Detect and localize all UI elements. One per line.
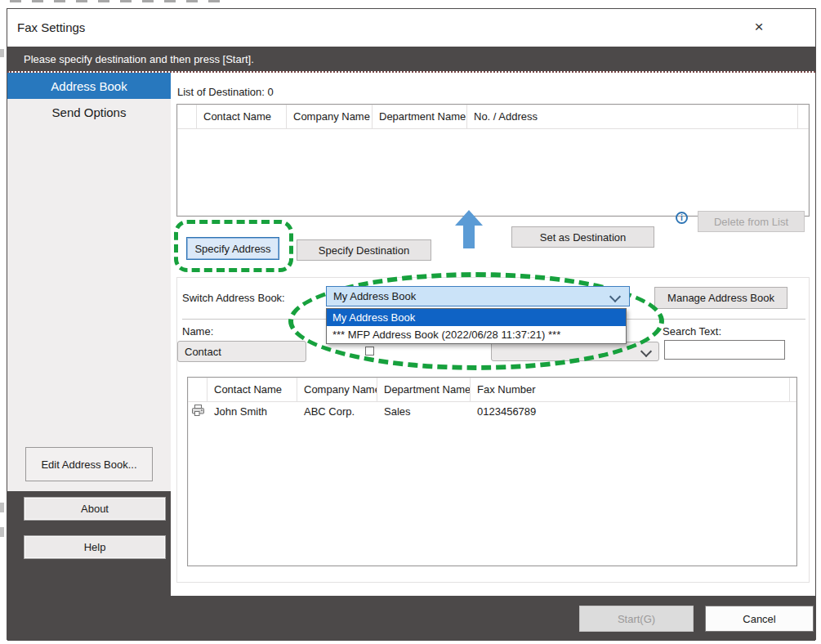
background-window-remnant — [0, 527, 4, 537]
column-header-company-name[interactable]: Company Name — [297, 378, 377, 401]
instruction-banner: Please specify destination and then pres… — [7, 47, 815, 71]
fax-icon — [188, 405, 207, 418]
up-arrow-icon — [455, 210, 483, 248]
address-book-dropdown-list: My Address Book *** MFP Address Book (20… — [326, 308, 627, 344]
start-button: Start(G) — [579, 606, 694, 632]
specify-address-button[interactable]: Specify Address — [186, 237, 279, 260]
search-target-select[interactable] — [491, 342, 659, 361]
company-name-cell: ABC Corp. — [297, 405, 377, 418]
department-name-cell: Sales — [377, 405, 471, 418]
search-text-input[interactable] — [664, 340, 785, 360]
about-button[interactable]: About — [24, 497, 166, 521]
info-icon: i — [676, 212, 688, 224]
edit-address-book-button[interactable]: Edit Address Book... — [25, 447, 153, 481]
delete-from-list-button: Delete from List — [698, 211, 805, 232]
fax-settings-dialog: Fax Settings × Please specify destinatio… — [7, 8, 816, 640]
column-header-department-name[interactable]: Department Name — [373, 105, 467, 128]
set-as-destination-button[interactable]: Set as Destination — [511, 226, 654, 248]
help-button[interactable]: Help — [24, 535, 166, 559]
fax-number-cell: 0123456789 — [471, 405, 790, 418]
contact-name-cell: John Smith — [207, 405, 297, 418]
column-header-contact-name[interactable]: Contact Name — [207, 378, 297, 401]
contacts-table-header: Contact Name Company Name Department Nam… — [188, 378, 796, 402]
close-icon[interactable]: × — [745, 14, 773, 40]
icon-column-header — [177, 105, 197, 128]
column-header-contact-name[interactable]: Contact Name — [197, 105, 287, 128]
background-window-remnant — [0, 503, 4, 512]
destination-table-header: Contact Name Company Name Department Nam… — [177, 105, 809, 129]
name-filter-select[interactable]: Contact — [177, 341, 306, 362]
background-window-remnant — [0, 49, 4, 57]
icon-column-header — [188, 378, 207, 401]
dropdown-option-mfp-address-book[interactable]: *** MFP Address Book (2022/06/28 11:37:2… — [327, 326, 626, 343]
instruction-text: Please specify destination and then pres… — [24, 53, 254, 65]
name-label: Name: — [182, 325, 213, 338]
list-of-destination-label: List of Destination: 0 — [177, 86, 274, 98]
column-header-no-address[interactable]: No. / Address — [467, 105, 798, 128]
cancel-button[interactable]: Cancel — [705, 606, 814, 632]
chevron-down-icon — [640, 346, 652, 357]
column-header-filler — [798, 105, 809, 128]
dropdown-option-my-address-book[interactable]: My Address Book — [327, 309, 626, 326]
sidebar-item-send-options[interactable]: Send Options — [7, 99, 171, 125]
column-header-department-name[interactable]: Department Name — [377, 378, 471, 401]
address-book-select[interactable]: My Address Book — [326, 286, 630, 306]
column-header-company-name[interactable]: Company Name — [287, 105, 373, 128]
background-window-remnant — [10, 0, 230, 2]
footer-bar: Start(G) Cancel — [7, 596, 815, 641]
name-filter-value: Contact — [185, 346, 221, 358]
search-text-label: Search Text: — [663, 325, 721, 338]
screenshot-canvas: Fax Settings × Please specify destinatio… — [0, 0, 821, 644]
title-bar: Fax Settings × — [7, 9, 815, 47]
filter-checkbox[interactable] — [365, 347, 374, 356]
contact-row[interactable]: John Smith ABC Corp. Sales 0123456789 — [188, 402, 796, 420]
manage-address-book-button[interactable]: Manage Address Book — [654, 287, 788, 309]
sidebar-item-address-book[interactable]: Address Book — [7, 73, 171, 99]
switch-address-book-label: Switch Address Book: — [182, 292, 285, 304]
address-book-selected-value: My Address Book — [333, 290, 416, 302]
column-header-fax-number[interactable]: Fax Number — [471, 378, 790, 401]
specify-destination-button[interactable]: Specify Destination — [297, 239, 431, 261]
column-header-filler — [790, 378, 796, 401]
chevron-down-icon — [609, 291, 621, 302]
window-title: Fax Settings — [17, 20, 85, 34]
destination-list-table[interactable]: Contact Name Company Name Department Nam… — [176, 104, 810, 217]
sidebar: Address Book Send Options Edit Address B… — [7, 73, 171, 491]
contacts-table[interactable]: Contact Name Company Name Department Nam… — [187, 377, 797, 566]
